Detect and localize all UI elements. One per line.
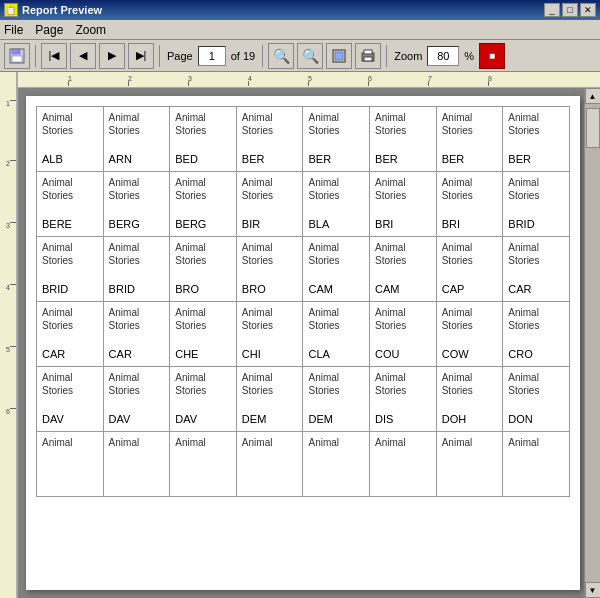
report-page: Animal StoriesALBAnimal StoriesARNAnimal… xyxy=(26,96,580,590)
cell-code: DOH xyxy=(442,413,498,425)
cell-category: Animal Stories xyxy=(42,241,98,267)
table-cell: Animal StoriesBRID xyxy=(503,172,570,237)
zoom-in-button[interactable]: 🔍 xyxy=(268,43,294,69)
table-cell: Animal StoriesDIS xyxy=(370,367,437,432)
table-cell: Animal StoriesBRID xyxy=(103,237,170,302)
menu-file[interactable]: File xyxy=(4,23,23,37)
cell-code: CAR xyxy=(508,283,564,295)
table-cell: Animal StoriesBER xyxy=(236,107,303,172)
svg-rect-6 xyxy=(364,50,372,54)
table-cell: Animal xyxy=(436,432,503,497)
svg-rect-2 xyxy=(12,56,22,62)
cell-category: Animal Stories xyxy=(508,111,564,137)
first-page-button[interactable]: |◀ xyxy=(41,43,67,69)
next-page-button[interactable]: ▶ xyxy=(99,43,125,69)
cell-category: Animal xyxy=(109,436,165,449)
cell-code: BLA xyxy=(308,218,364,230)
cell-code: BRID xyxy=(42,283,98,295)
table-cell: Animal StoriesBRID xyxy=(37,237,104,302)
table-cell: Animal StoriesCOU xyxy=(370,302,437,367)
table-row: Animal StoriesBEREAnimal StoriesBERGAnim… xyxy=(37,172,570,237)
cell-code: DEM xyxy=(308,413,364,425)
cell-code: CLA xyxy=(308,348,364,360)
cell-code: CAR xyxy=(109,348,165,360)
vertical-scrollbar[interactable]: ▲ ▼ xyxy=(584,88,600,598)
cell-category: Animal xyxy=(508,436,564,449)
cell-code: BERG xyxy=(109,218,165,230)
cell-code: DAV xyxy=(42,413,98,425)
table-cell: Animal StoriesCLA xyxy=(303,302,370,367)
zoom-stop-button[interactable]: ■ xyxy=(479,43,505,69)
cell-category: Animal xyxy=(42,436,98,449)
zoom-fit-button[interactable] xyxy=(326,43,352,69)
table-cell: Animal StoriesCOW xyxy=(436,302,503,367)
zoom-out-button[interactable]: 🔍 xyxy=(297,43,323,69)
table-cell: Animal StoriesBER xyxy=(370,107,437,172)
cell-category: Animal Stories xyxy=(242,241,298,267)
print-button[interactable] xyxy=(355,43,381,69)
page-label: Page xyxy=(167,50,193,62)
cell-code: DEM xyxy=(242,413,298,425)
minimize-button[interactable]: _ xyxy=(544,3,560,17)
table-cell: Animal StoriesCAP xyxy=(436,237,503,302)
svg-rect-7 xyxy=(364,57,372,61)
cell-category: Animal Stories xyxy=(42,306,98,332)
prev-page-button[interactable]: ◀ xyxy=(70,43,96,69)
cell-category: Animal xyxy=(175,436,231,449)
cell-category: Animal Stories xyxy=(175,176,231,202)
cell-category: Animal Stories xyxy=(375,176,431,202)
svg-rect-1 xyxy=(12,49,20,54)
table-cell: Animal StoriesCHI xyxy=(236,302,303,367)
cell-category: Animal Stories xyxy=(242,371,298,397)
cell-code: CAM xyxy=(308,283,364,295)
cell-code: CHI xyxy=(242,348,298,360)
cell-category: Animal Stories xyxy=(175,111,231,137)
table-cell: Animal xyxy=(37,432,104,497)
separator-4 xyxy=(386,45,387,67)
main-area: 1 2 3 4 5 6 1 2 3 4 5 6 7 xyxy=(0,72,600,598)
app-icon: 📋 xyxy=(4,3,18,17)
cell-code: BIR xyxy=(242,218,298,230)
cell-code: DIS xyxy=(375,413,431,425)
cell-code: BRO xyxy=(175,283,231,295)
table-cell: Animal StoriesCAR xyxy=(103,302,170,367)
table-cell: Animal StoriesCHE xyxy=(170,302,237,367)
ruler-top: 1 2 3 4 5 6 7 8 xyxy=(18,72,600,88)
table-cell: Animal StoriesBER xyxy=(503,107,570,172)
table-cell: Animal StoriesBERG xyxy=(103,172,170,237)
scroll-down-button[interactable]: ▼ xyxy=(585,582,601,598)
cell-category: Animal Stories xyxy=(442,371,498,397)
table-cell: Animal StoriesCAM xyxy=(370,237,437,302)
close-button[interactable]: ✕ xyxy=(580,3,596,17)
scroll-area[interactable]: Animal StoriesALBAnimal StoriesARNAnimal… xyxy=(18,88,600,598)
cell-category: Animal Stories xyxy=(42,111,98,137)
table-cell: Animal StoriesDAV xyxy=(37,367,104,432)
cell-category: Animal Stories xyxy=(508,176,564,202)
cell-category: Animal Stories xyxy=(508,371,564,397)
table-cell: Animal StoriesBED xyxy=(170,107,237,172)
page-number-input[interactable] xyxy=(198,46,226,66)
last-page-button[interactable]: ▶| xyxy=(128,43,154,69)
table-cell: Animal StoriesBRI xyxy=(436,172,503,237)
cell-code: BRID xyxy=(109,283,165,295)
table-cell: Animal StoriesCRO xyxy=(503,302,570,367)
table-cell: Animal StoriesBRI xyxy=(370,172,437,237)
cell-category: Animal Stories xyxy=(109,176,165,202)
scroll-track[interactable] xyxy=(585,104,600,582)
cell-code: CAM xyxy=(375,283,431,295)
maximize-button[interactable]: □ xyxy=(562,3,578,17)
cell-category: Animal Stories xyxy=(242,176,298,202)
zoom-value-input[interactable] xyxy=(427,46,459,66)
table-cell: Animal StoriesBER xyxy=(436,107,503,172)
menu-zoom[interactable]: Zoom xyxy=(75,23,106,37)
toolbar: |◀ ◀ ▶ ▶| Page of 19 🔍 🔍 Zoom % ■ xyxy=(0,40,600,72)
cell-category: Animal Stories xyxy=(109,306,165,332)
table-cell: Animal StoriesDEM xyxy=(236,367,303,432)
scroll-thumb[interactable] xyxy=(586,108,600,148)
cell-category: Animal Stories xyxy=(442,111,498,137)
scroll-up-button[interactable]: ▲ xyxy=(585,88,601,104)
save-button[interactable] xyxy=(4,43,30,69)
table-cell: Animal StoriesBER xyxy=(303,107,370,172)
menu-page[interactable]: Page xyxy=(35,23,63,37)
cell-category: Animal Stories xyxy=(375,371,431,397)
